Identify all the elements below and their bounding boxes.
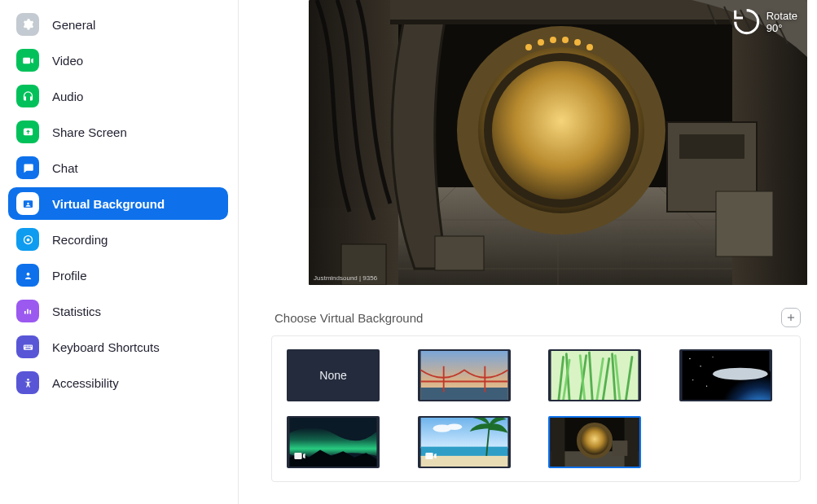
svg-rect-11: [26, 345, 27, 346]
svg-point-2: [27, 202, 29, 204]
sidebar-item-label: Video: [52, 54, 83, 68]
plus-icon: [785, 312, 797, 323]
svg-point-28: [525, 44, 532, 50]
chooser-heading: Choose Virtual Background: [275, 311, 423, 325]
svg-point-72: [712, 357, 713, 357]
bg-thumb-golden-gate[interactable]: [418, 349, 511, 401]
headphones-icon: [16, 85, 39, 107]
sidebar-item-audio[interactable]: Audio: [8, 80, 228, 112]
svg-rect-8: [29, 310, 31, 314]
sidebar-item-label: Virtual Background: [52, 197, 165, 211]
rotate-label: Rotate 90°: [766, 10, 797, 34]
share-screen-icon: [16, 121, 39, 143]
add-background-button[interactable]: [781, 308, 801, 327]
chat-icon: [16, 156, 39, 179]
svg-rect-36: [390, 0, 732, 20]
svg-rect-37: [390, 20, 732, 24]
svg-rect-40: [716, 191, 773, 256]
sidebar-item-label: Statistics: [52, 305, 101, 318]
video-icon: [16, 49, 39, 72]
svg-rect-12: [27, 345, 28, 346]
sidebar-item-profile[interactable]: Profile: [8, 259, 228, 291]
none-label: None: [288, 351, 378, 400]
sidebar-item-label: Recording: [52, 233, 108, 247]
settings-sidebar: General Video Audio Share Screen Chat: [0, 0, 239, 504]
svg-rect-10: [24, 345, 25, 346]
svg-rect-34: [309, 0, 398, 285]
sidebar-item-virtual-background[interactable]: Virtual Background: [8, 187, 228, 220]
sidebar-item-label: General: [52, 18, 95, 32]
svg-point-5: [26, 272, 29, 275]
svg-rect-15: [25, 348, 30, 348]
svg-point-31: [562, 37, 569, 43]
sidebar-item-label: Keyboard Shortcuts: [52, 340, 160, 354]
svg-rect-6: [24, 311, 26, 314]
svg-point-32: [574, 39, 581, 46]
svg-point-70: [689, 358, 691, 360]
sidebar-item-share-screen[interactable]: Share Screen: [8, 116, 228, 148]
svg-rect-39: [679, 134, 745, 159]
virtual-background-panel: Rotate 90° Justmindsound | 9356 Choose V…: [239, 0, 817, 504]
sidebar-item-label: Accessibility: [52, 376, 119, 390]
svg-point-33: [586, 44, 593, 50]
sidebar-item-video[interactable]: Video: [8, 44, 228, 77]
record-icon: [16, 228, 39, 251]
background-thumbnails: None: [271, 335, 801, 482]
bg-thumb-space[interactable]: [679, 349, 772, 401]
keyboard-icon: [16, 335, 39, 358]
rotate-button[interactable]: Rotate 90°: [727, 5, 802, 38]
sidebar-item-general[interactable]: General: [8, 8, 228, 41]
sidebar-item-label: Chat: [52, 161, 78, 175]
rotate-icon: [731, 7, 762, 37]
preview-watermark: Justmindsound | 9356: [314, 274, 377, 282]
svg-point-73: [692, 379, 693, 380]
virtual-background-icon: [16, 192, 39, 215]
sidebar-item-accessibility[interactable]: Accessibility: [8, 366, 228, 399]
bg-thumb-beach[interactable]: [418, 416, 511, 468]
svg-point-29: [538, 39, 544, 46]
bg-thumb-aurora[interactable]: [287, 416, 380, 468]
sidebar-item-keyboard-shortcuts[interactable]: Keyboard Shortcuts: [8, 331, 228, 363]
svg-point-74: [705, 385, 706, 386]
sidebar-item-label: Profile: [52, 269, 87, 283]
sidebar-item-statistics[interactable]: Statistics: [8, 295, 228, 327]
video-icon: [293, 449, 306, 462]
svg-rect-41: [435, 236, 484, 270]
svg-rect-89: [613, 440, 628, 456]
accessibility-icon: [16, 371, 39, 394]
svg-point-4: [26, 238, 29, 241]
bg-thumb-none[interactable]: None: [287, 349, 380, 401]
gear-icon: [16, 13, 39, 36]
background-preview: Rotate 90° Justmindsound | 9356: [309, 0, 807, 285]
profile-icon: [16, 264, 39, 287]
sidebar-item-label: Audio: [52, 90, 83, 103]
video-icon: [424, 449, 437, 462]
svg-rect-87: [551, 418, 565, 467]
bg-thumb-grass[interactable]: [548, 349, 641, 401]
svg-point-16: [27, 378, 29, 380]
statistics-icon: [16, 300, 39, 322]
sidebar-item-label: Share Screen: [52, 125, 127, 139]
svg-point-81: [446, 424, 462, 431]
svg-point-30: [550, 37, 556, 43]
svg-rect-51: [420, 388, 507, 400]
svg-rect-7: [27, 309, 29, 314]
svg-rect-13: [29, 345, 29, 346]
sidebar-item-recording[interactable]: Recording: [8, 223, 228, 256]
svg-point-69: [713, 368, 768, 380]
sidebar-item-chat[interactable]: Chat: [8, 151, 228, 184]
bg-thumb-spaceship[interactable]: [548, 416, 641, 468]
svg-point-71: [700, 366, 701, 366]
svg-rect-14: [30, 345, 31, 346]
svg-rect-9: [23, 344, 32, 349]
